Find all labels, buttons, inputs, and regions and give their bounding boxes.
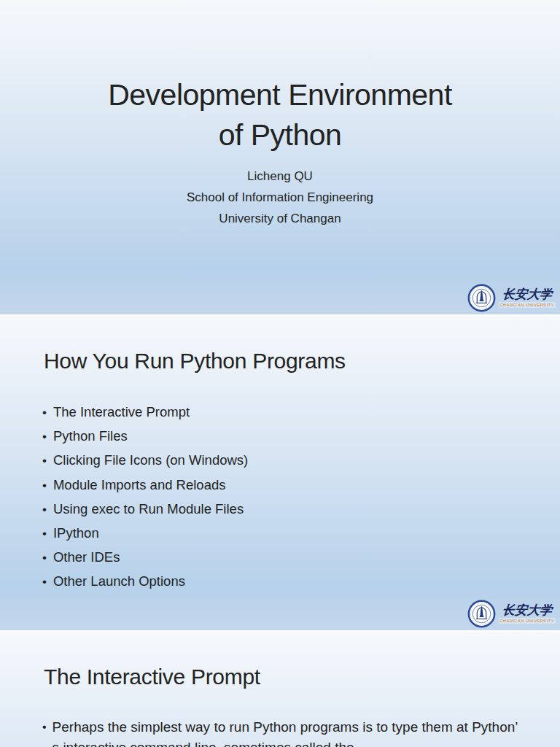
university-logo: 长安大学 CHANG'AN UNIVERSITY <box>467 598 556 629</box>
slide-deck: Development Environment of Python Lichen… <box>0 0 560 747</box>
slide-3-the-interactive-prompt: The Interactive Prompt • Perhaps the sim… <box>0 632 560 747</box>
university-emblem-icon <box>467 600 496 628</box>
bullet-item: Other IDEs <box>42 546 248 570</box>
university-logo-text: 长安大学 CHANG'AN UNIVERSITY <box>499 287 556 308</box>
presentation-title-line1: Development Environment <box>0 75 560 115</box>
slide-1-title-slide: Development Environment of Python Lichen… <box>0 0 560 314</box>
author-name: Licheng QU <box>0 166 560 187</box>
bullet-item: Clicking File Icons (on Windows) <box>42 449 248 473</box>
slide-title: How You Run Python Programs <box>44 348 346 374</box>
bullet-item: Other Launch Options <box>42 570 248 594</box>
affiliation-school: School of Information Engineering <box>0 187 560 208</box>
bullet-item: Python Files <box>42 425 248 449</box>
university-emblem-icon <box>467 284 496 312</box>
bullet-paragraph: • Perhaps the simplest way to run Python… <box>42 717 518 747</box>
bullet-list: The Interactive Prompt Python Files Clic… <box>42 400 248 595</box>
presentation-title-line2: of Python <box>0 115 560 155</box>
university-name-english: CHANG'AN UNIVERSITY <box>499 618 556 624</box>
bullet-item: Using exec to Run Module Files <box>42 498 248 522</box>
university-logo: 长安大学 CHANG'AN UNIVERSITY <box>467 282 556 313</box>
bullet-item: Module Imports and Reloads <box>42 473 248 498</box>
presentation-subtitle: Licheng QU School of Information Enginee… <box>0 166 560 229</box>
university-name-chinese: 长安大学 <box>502 603 553 618</box>
affiliation-university: University of Changan <box>0 208 560 229</box>
bullet-item: IPython <box>42 522 248 546</box>
slide-title: The Interactive Prompt <box>44 664 260 690</box>
university-logo-text: 长安大学 CHANG'AN UNIVERSITY <box>499 603 556 624</box>
university-name-english: CHANG'AN UNIVERSITY <box>499 302 556 308</box>
university-name-chinese: 长安大学 <box>502 287 553 302</box>
bullet-text: Perhaps the simplest way to run Python p… <box>52 717 518 747</box>
bullet-item: The Interactive Prompt <box>42 400 248 425</box>
bullet-marker: • <box>42 717 47 747</box>
presentation-title: Development Environment of Python <box>0 75 560 155</box>
slide-2-how-you-run-python-programs: How You Run Python Programs The Interact… <box>0 316 560 630</box>
